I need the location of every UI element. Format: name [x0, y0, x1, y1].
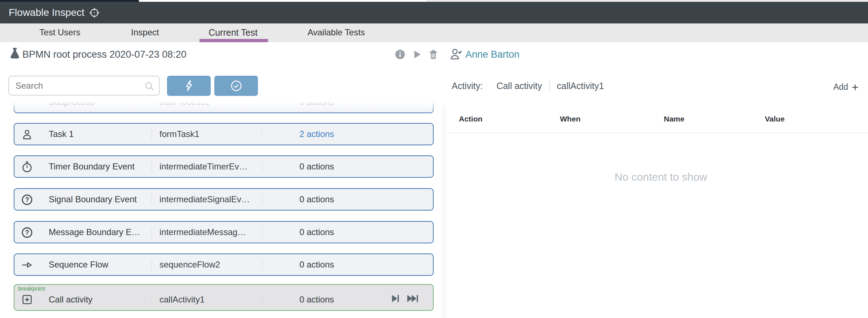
- empty-state-message: No content to show: [567, 171, 755, 183]
- column-header-value: Value: [765, 105, 785, 133]
- element-label: Message Boundary E…: [49, 222, 140, 243]
- tab-test-users[interactable]: Test Users: [39, 23, 80, 41]
- list-item-message-boundary[interactable]: ? Message Boundary E… intermediateMessag…: [14, 221, 434, 243]
- list-item-sequence-flow[interactable]: Sequence Flow sequenceFlow2 0 actions: [14, 253, 434, 276]
- check-circle-icon: [230, 80, 242, 92]
- element-list[interactable]: Subprocess subProcess1 0 actions Task 1 …: [0, 97, 442, 318]
- activity-summary: Activity: Call activity callActivity1: [452, 79, 604, 93]
- plus-icon: +: [852, 83, 859, 92]
- flowable-inspect-app: Flowable Inspect Test Users Inspect Curr…: [0, 0, 868, 318]
- crosshair-icon[interactable]: [88, 7, 100, 19]
- process-title: BPMN root process 2020-07-23 08:20: [22, 49, 187, 60]
- skip-next-icon[interactable]: [390, 293, 401, 304]
- app-header: Flowable Inspect: [0, 2, 868, 23]
- bolt-icon: [183, 80, 195, 92]
- tab-available-tests[interactable]: Available Tests: [307, 23, 365, 41]
- breakpoint-badge: breakpoint: [18, 286, 45, 292]
- active-tab-underline: [200, 39, 268, 42]
- element-label: Call activity: [49, 289, 92, 310]
- skip-end-icon[interactable]: [406, 293, 420, 304]
- element-label: Sequence Flow: [49, 254, 108, 275]
- run-bolt-button[interactable]: [167, 76, 211, 96]
- play-icon[interactable]: [412, 49, 422, 60]
- element-label: Timer Boundary Event: [49, 156, 135, 177]
- svg-text:?: ?: [25, 196, 29, 203]
- user-name-link[interactable]: Anne Barton: [465, 49, 520, 60]
- column-header-action: Action: [459, 105, 482, 133]
- table-header-divider: [448, 133, 868, 133]
- actions-count: 0 actions: [287, 189, 346, 210]
- tab-inspect[interactable]: Inspect: [131, 23, 159, 41]
- activity-label: Activity:: [452, 81, 483, 91]
- list-item-timer-boundary[interactable]: Timer Boundary Event intermediateTimerEv…: [14, 155, 434, 178]
- person-check-icon: [449, 47, 463, 61]
- panel-divider-shadow: [442, 105, 448, 318]
- actions-count: 0 actions: [287, 289, 346, 310]
- user-icon: [21, 128, 33, 141]
- timer-icon: [21, 161, 33, 173]
- activity-type: Call activity: [496, 81, 542, 91]
- add-button[interactable]: Add +: [833, 82, 859, 92]
- column-header-name: Name: [664, 105, 684, 133]
- actions-table: Action When Name Value No content to sho…: [448, 105, 868, 318]
- add-label: Add: [833, 82, 848, 92]
- svg-text:?: ?: [25, 229, 29, 236]
- actions-count: 0 actions: [287, 222, 346, 243]
- arrow-right-icon: [21, 259, 33, 271]
- list-item-call-activity[interactable]: breakpoint Call activity callActivity1 0…: [14, 284, 434, 311]
- column-header-when: When: [560, 105, 580, 133]
- question-circle-icon: ?: [21, 194, 33, 206]
- flask-icon: [9, 47, 21, 61]
- trash-icon[interactable]: [428, 49, 439, 60]
- search-icon: [144, 81, 155, 92]
- element-key: intermediateTimerEv…: [159, 156, 248, 177]
- question-circle-icon: ?: [21, 226, 33, 239]
- list-item-signal-boundary[interactable]: ? Signal Boundary Event intermediateSign…: [14, 188, 434, 211]
- element-key: callActivity1: [159, 289, 205, 310]
- complete-check-button[interactable]: [214, 76, 258, 96]
- list-item-clipped[interactable]: Subprocess subProcess1 0 actions: [14, 97, 434, 113]
- element-label: Signal Boundary Event: [49, 189, 137, 210]
- actions-count: 0 actions: [287, 254, 346, 275]
- actions-count: 0 actions: [287, 156, 346, 177]
- list-item-task1[interactable]: Task 1 formTask1 2 actions: [14, 123, 434, 145]
- activity-id: callActivity1: [557, 81, 604, 91]
- actions-link[interactable]: 2 actions: [287, 124, 346, 145]
- tab-bar: Test Users Inspect Current Test Availabl…: [0, 23, 868, 42]
- element-key: intermediateSignalEv…: [159, 189, 250, 210]
- search-box: [8, 76, 160, 96]
- search-input[interactable]: [16, 76, 142, 95]
- element-key: sequenceFlow2: [159, 254, 220, 275]
- element-key: intermediateMessag…: [159, 222, 246, 243]
- element-label: Task 1: [49, 124, 74, 145]
- element-key: formTask1: [159, 124, 200, 145]
- app-title: Flowable Inspect: [9, 2, 84, 23]
- plus-square-icon: [21, 293, 33, 306]
- info-icon[interactable]: [395, 49, 405, 60]
